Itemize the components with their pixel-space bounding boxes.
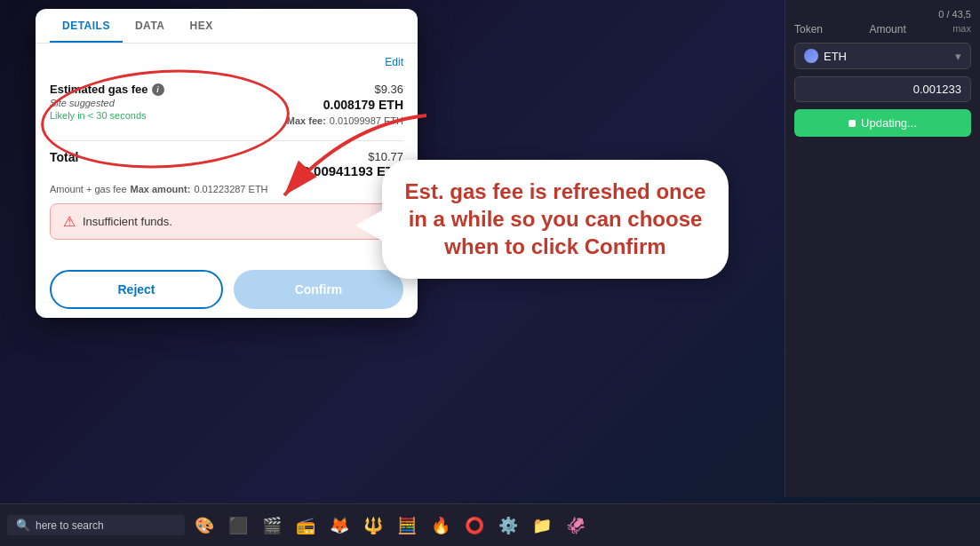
taskbar-icon-6[interactable]: 🧮 — [391, 510, 423, 542]
taskbar-icon-9[interactable]: ⚙️ — [492, 510, 524, 542]
taskbar-icon-3[interactable]: 📻 — [290, 510, 322, 542]
taskbar-icon-11[interactable]: 🦑 — [560, 510, 592, 542]
gas-fee-label: Estimated gas fee — [50, 83, 148, 96]
gas-fee-right: $9.36 0.008179 ETH Max fee: 0.01099987 E… — [287, 83, 403, 126]
token-label: Token — [794, 23, 823, 36]
reject-button[interactable]: Reject — [50, 270, 223, 309]
tab-hex[interactable]: HEX — [178, 9, 226, 43]
panel-header: Token Amount max — [794, 23, 971, 36]
max-fee-value: 0.01099987 ETH — [330, 115, 403, 126]
gas-fee-section: Estimated gas fee i Site suggested Likel… — [50, 77, 403, 131]
gas-fee-left: Estimated gas fee i Site suggested Likel… — [50, 83, 164, 121]
top-numbers: 0 / 43,5 — [794, 9, 971, 20]
taskbar-icon-10[interactable]: 📁 — [526, 510, 558, 542]
taskbar-icon-8[interactable]: ⭕ — [458, 510, 490, 542]
tab-bar: DETAILS DATA HEX — [36, 9, 418, 44]
taskbar: 🔍 here to search 🎨 ⬛ 🎬 📻 🦊 🔱 🧮 🔥 ⭕ ⚙️ 📁 … — [0, 503, 980, 546]
max-fee-row: Max fee: 0.01099987 ETH — [287, 115, 403, 126]
action-buttons: Reject Confirm — [36, 261, 418, 318]
amount-gas-row: Amount + gas fee Max amount: 0.01223287 … — [50, 184, 403, 194]
taskbar-icon-1[interactable]: ⬛ — [222, 510, 254, 542]
likely-in: Likely in < 30 seconds — [50, 110, 164, 121]
insufficient-text: Insufficient funds. — [83, 215, 172, 228]
max-amount-value: 0.01223287 ETH — [194, 184, 267, 194]
max-label: max — [952, 23, 971, 36]
tab-details[interactable]: DETAILS — [50, 9, 123, 43]
updating-dot-icon — [849, 120, 856, 127]
max-fee-label: Max fee: — [287, 115, 326, 126]
tab-data[interactable]: DATA — [123, 9, 178, 43]
search-text: here to search — [36, 519, 104, 532]
max-amount-label: Max amount: — [131, 184, 191, 194]
search-bar[interactable]: 🔍 here to search — [7, 515, 185, 535]
chevron-down-icon: ▾ — [955, 50, 961, 63]
right-panel: 0 / 43,5 Token Amount max ETH ▾ 0.001233… — [785, 0, 980, 497]
site-suggested: Site suggested — [50, 98, 164, 108]
gas-eth: 0.008179 ETH — [323, 98, 403, 112]
updating-button[interactable]: Updating... — [794, 109, 971, 137]
taskbar-icon-7[interactable]: 🔥 — [425, 510, 457, 542]
amount-gas-label: Amount + gas fee — [50, 184, 127, 194]
amount-label: Amount — [869, 23, 905, 36]
token-select[interactable]: ETH ▾ — [794, 43, 971, 69]
taskbar-icon-4[interactable]: 🦊 — [323, 510, 355, 542]
edit-link[interactable]: Edit — [50, 56, 403, 68]
gas-fee-title: Estimated gas fee i — [50, 83, 164, 96]
confirm-button[interactable]: Confirm — [234, 270, 403, 309]
total-label: Total — [50, 150, 78, 164]
insufficient-funds-alert: ⚠ Insufficient funds. — [50, 203, 403, 240]
taskbar-icon-5[interactable]: 🔱 — [357, 510, 389, 542]
bubble-text: Est. gas fee is refreshed once in a whil… — [404, 178, 706, 261]
metamask-popup: DETAILS DATA HEX Edit Estimated gas fee … — [36, 9, 418, 318]
info-icon[interactable]: i — [152, 83, 164, 96]
eth-icon — [804, 49, 818, 63]
updating-label: Updating... — [861, 116, 917, 130]
gas-usd: $9.36 — [374, 83, 403, 96]
divider — [50, 140, 403, 141]
taskbar-icons: 🎨 ⬛ 🎬 📻 🦊 🔱 🧮 🔥 ⭕ ⚙️ 📁 🦑 — [188, 510, 592, 542]
total-row: Total $10.77 0.00941193 ETH — [50, 150, 403, 178]
token-value: ETH — [824, 50, 847, 63]
speech-bubble: Est. gas fee is refreshed once in a whil… — [382, 160, 729, 279]
taskbar-icon-0[interactable]: 🎨 — [188, 510, 220, 542]
amount-input[interactable]: 0.001233 — [794, 76, 971, 102]
taskbar-icon-2[interactable]: 🎬 — [256, 510, 288, 542]
gas-fee-row: Estimated gas fee i Site suggested Likel… — [50, 77, 403, 131]
warning-icon: ⚠ — [63, 213, 76, 230]
